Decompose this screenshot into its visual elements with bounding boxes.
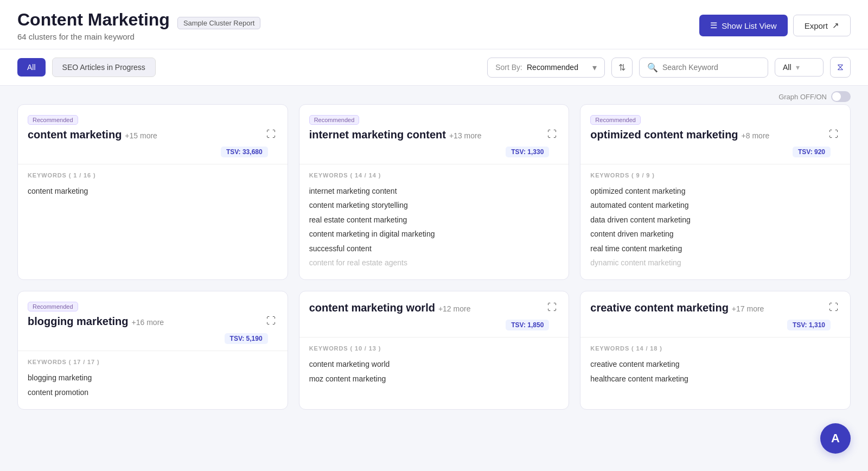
- sort-lines-icon: ⇅: [618, 63, 626, 72]
- card-title: internet marketing content+13 more: [309, 129, 482, 141]
- expand-button[interactable]: ⛶: [545, 128, 559, 141]
- export-label: Export: [805, 21, 828, 30]
- recommended-badge: Recommended: [28, 302, 78, 311]
- card-title-row: internet marketing content+13 more ⛶: [309, 128, 559, 141]
- tsv-badge: TSV: 1,850: [506, 320, 549, 330]
- header-left: Content Marketing Sample Cluster Report …: [17, 10, 260, 41]
- chevron-down-icon: ▾: [796, 63, 800, 72]
- list-icon: ☰: [710, 21, 717, 30]
- show-list-view-label: Show List View: [722, 21, 776, 30]
- card-top: Recommended optimized content marketing+…: [580, 105, 850, 157]
- card-more: +16 more: [132, 318, 164, 327]
- cluster-card: Recommended optimized content marketing+…: [580, 104, 851, 280]
- card-more: +17 more: [732, 304, 764, 313]
- keyword-item: dynamic content marketing: [590, 256, 840, 270]
- keyword-item: blogging marketing: [28, 371, 278, 385]
- keyword-item: internet marketing content: [309, 184, 559, 198]
- header-actions: ☰ Show List View Export ↗: [699, 15, 851, 36]
- card-title-row: blogging marketing+16 more ⛶: [28, 315, 278, 328]
- search-input[interactable]: [662, 63, 760, 72]
- cluster-card: Recommended blogging marketing+16 more ⛶…: [17, 291, 288, 410]
- keyword-item: content marketing in digital marketing: [309, 227, 559, 241]
- keywords-header: KEYWORDS ( 1 / 16 ): [28, 172, 278, 179]
- card-more: +13 more: [449, 131, 482, 140]
- graph-toggle-switch[interactable]: [831, 91, 851, 102]
- keyword-item: real time content marketing: [590, 241, 840, 256]
- card-body: KEYWORDS ( 14 / 14 ) internet marketing …: [299, 164, 569, 279]
- show-list-view-button[interactable]: ☰ Show List View: [699, 15, 787, 36]
- expand-button[interactable]: ⛶: [827, 301, 840, 314]
- tsv-bar: TSV: 1,850: [309, 314, 559, 330]
- tsv-bar: TSV: 5,190: [28, 328, 278, 344]
- tsv-bar: TSV: 920: [590, 141, 840, 157]
- recommended-badge: Recommended: [309, 115, 360, 125]
- card-top: creative content marketing+17 more ⛶ TSV…: [580, 291, 850, 330]
- keyword-item: moz content marketing: [309, 372, 559, 386]
- card-title: creative content marketing+17 more: [590, 302, 764, 314]
- card-body: KEYWORDS ( 14 / 18 ) creative content ma…: [580, 338, 850, 396]
- cards-grid: Recommended content marketing+15 more ⛶ …: [0, 104, 868, 427]
- card-title-row: content marketing+15 more ⛶: [28, 128, 278, 141]
- tsv-badge: TSV: 33,680: [221, 147, 268, 157]
- expand-button[interactable]: ⛶: [827, 128, 840, 141]
- graph-toggle-label: Graph OFF/ON: [778, 93, 827, 101]
- keyword-item: healthcare content marketing: [590, 372, 840, 386]
- cluster-card: creative content marketing+17 more ⛶ TSV…: [580, 291, 851, 410]
- recommended-badge: Recommended: [590, 115, 641, 125]
- tsv-badge: TSV: 920: [793, 147, 831, 157]
- export-icon: ↗: [832, 21, 839, 30]
- card-body: KEYWORDS ( 9 / 9 ) optimized content mar…: [580, 164, 850, 279]
- funnel-button[interactable]: ⧖: [830, 57, 851, 78]
- keyword-item: optimized content marketing: [590, 184, 840, 198]
- export-button[interactable]: Export ↗: [793, 15, 851, 36]
- sort-filter-button[interactable]: ⇅: [611, 58, 633, 78]
- sort-group: Sort By: Recommended Alphabetical TSV ▾: [487, 58, 605, 78]
- tsv-bar: TSV: 33,680: [28, 141, 278, 157]
- sort-select[interactable]: Recommended Alphabetical TSV: [527, 63, 588, 72]
- cluster-card: content marketing world+12 more ⛶ TSV: 1…: [299, 291, 570, 410]
- card-title: optimized content marketing+8 more: [590, 129, 769, 141]
- expand-button[interactable]: ⛶: [264, 128, 278, 141]
- cluster-badge: Sample Cluster Report: [177, 17, 261, 29]
- expand-button[interactable]: ⛶: [264, 315, 278, 328]
- keywords-header: KEYWORDS ( 17 / 17 ): [28, 359, 278, 365]
- card-title-row: optimized content marketing+8 more ⛶: [590, 128, 840, 141]
- graph-toggle-row: Graph OFF/ON: [0, 86, 868, 104]
- card-more: +12 more: [438, 304, 471, 313]
- tsv-badge: TSV: 5,190: [225, 333, 268, 344]
- search-box: 🔍: [639, 58, 768, 78]
- sort-label: Sort By:: [495, 63, 522, 72]
- chevron-down-icon: ▾: [592, 62, 597, 73]
- tab-all[interactable]: All: [17, 58, 46, 77]
- keyword-item: successful content: [309, 241, 559, 256]
- card-body: KEYWORDS ( 1 / 16 ) content marketing: [18, 164, 288, 208]
- tsv-bar: TSV: 1,330: [309, 141, 559, 157]
- expand-button[interactable]: ⛶: [545, 301, 559, 314]
- keyword-item: content marketing storytelling: [309, 198, 559, 212]
- header: Content Marketing Sample Cluster Report …: [0, 0, 868, 49]
- toolbar: All SEO Articles in Progress Sort By: Re…: [0, 49, 868, 86]
- keywords-header: KEYWORDS ( 10 / 13 ): [309, 345, 559, 352]
- keyword-item: content for real estate agents: [309, 256, 559, 270]
- keyword-item: creative content marketing: [590, 357, 840, 371]
- tab-seo-articles[interactable]: SEO Articles in Progress: [52, 58, 156, 77]
- card-top: content marketing world+12 more ⛶ TSV: 1…: [299, 291, 569, 330]
- card-title: content marketing+15 more: [28, 129, 157, 141]
- keyword-item: data driven content marketing: [590, 213, 840, 227]
- filter-dropdown[interactable]: All ▾: [775, 58, 824, 77]
- keywords-header: KEYWORDS ( 9 / 9 ): [590, 172, 840, 179]
- funnel-icon: ⧖: [837, 62, 844, 72]
- card-title-row: content marketing world+12 more ⛶: [309, 301, 559, 314]
- filter-all-label: All: [783, 63, 792, 72]
- keyword-item: automated content marketing: [590, 198, 840, 212]
- keyword-item: real estate content marketing: [309, 213, 559, 227]
- page-title: Content Marketing: [17, 10, 170, 30]
- keywords-header: KEYWORDS ( 14 / 14 ): [309, 172, 559, 179]
- keywords-header: KEYWORDS ( 14 / 18 ): [590, 345, 840, 352]
- keyword-item: content driven marketing: [590, 227, 840, 241]
- tsv-badge: TSV: 1,330: [506, 147, 549, 157]
- card-top: Recommended blogging marketing+16 more ⛶…: [18, 291, 288, 344]
- cluster-card: Recommended content marketing+15 more ⛶ …: [17, 104, 288, 280]
- keyword-item: content promotion: [28, 385, 278, 399]
- card-title: content marketing world+12 more: [309, 302, 471, 314]
